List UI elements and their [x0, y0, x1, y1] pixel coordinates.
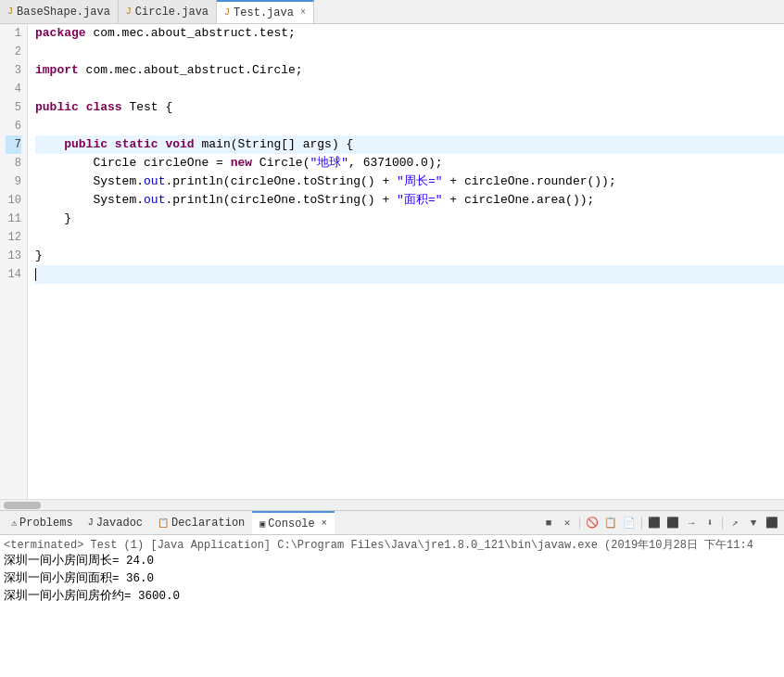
bottom-tab-icon-declaration: 📋	[158, 517, 169, 529]
code-line-1[interactable]: package com.mec.about_abstruct.test;	[35, 24, 784, 43]
token: , 6371000.0);	[348, 154, 442, 172]
bottom-tab-problems[interactable]: ⚠Problems	[4, 511, 81, 534]
token: public	[64, 135, 107, 154]
token: "周长="	[397, 172, 442, 191]
token: + circleOne.rounder());	[442, 172, 615, 191]
line-numbers: 1234567891011121314	[0, 24, 28, 499]
bottom-tab-bar: ⚠ProblemsJJavadoc📋Declaration▣Console× ■…	[0, 511, 784, 535]
code-line-11[interactable]: }	[35, 210, 784, 228]
tab-close-test[interactable]: ×	[300, 7, 306, 18]
token: System.	[35, 191, 144, 210]
line-number-7: 7	[6, 135, 21, 154]
toolbar-separator-2	[579, 517, 580, 530]
bottom-tab-icon-console: ▣	[259, 518, 265, 530]
line-number-2: 2	[6, 43, 21, 61]
bottom-tab-close-console[interactable]: ×	[322, 518, 327, 529]
scroll-lock-btn[interactable]: ⬛	[664, 515, 681, 531]
token: import	[35, 61, 79, 80]
token: Circle(	[252, 154, 310, 172]
code-line-10[interactable]: System.out.println(circleOne.toString() …	[35, 191, 784, 210]
tab-icon-baseshape: J	[7, 6, 13, 17]
line-number-1: 1	[6, 24, 21, 43]
token: "面积="	[397, 191, 442, 210]
code-line-7[interactable]: public static void main(String[] args) {	[35, 135, 784, 154]
token: package	[35, 24, 86, 43]
toolbar-separator-5	[641, 517, 642, 530]
token: }	[35, 210, 71, 228]
token: void	[165, 135, 194, 154]
console-output-line-0: 深圳一间小房间周长= 24.0	[4, 553, 780, 570]
cursor	[35, 268, 36, 281]
bottom-tab-javadoc[interactable]: JJavadoc	[81, 511, 150, 534]
remove-btn[interactable]: 🚫	[584, 515, 601, 531]
tab-label-baseshape: BaseShape.java	[17, 6, 110, 19]
open-btn[interactable]: ↗	[727, 515, 743, 531]
token: static	[115, 135, 158, 154]
bottom-panel: ⚠ProblemsJJavadoc📋Declaration▣Console× ■…	[0, 510, 784, 677]
dropdown-btn[interactable]: ▼	[745, 515, 762, 531]
line-number-11: 11	[6, 210, 21, 228]
console-content[interactable]: <terminated> Test (1) [Java Application]…	[0, 535, 784, 677]
token: "地球"	[310, 154, 348, 172]
code-container[interactable]: 1234567891011121314 package com.mec.abou…	[0, 24, 784, 499]
line-number-4: 4	[6, 80, 21, 98]
token: }	[35, 247, 43, 265]
token: .println(circleOne.toString() +	[165, 172, 397, 191]
token: com.mec.about_abstruct.Circle;	[79, 61, 303, 80]
bottom-tab-label-declaration: Declaration	[171, 517, 245, 530]
stop-btn[interactable]: ■	[540, 515, 557, 531]
line-number-6: 6	[6, 117, 21, 135]
code-line-2[interactable]	[35, 43, 784, 61]
code-line-9[interactable]: System.out.println(circleOne.toString() …	[35, 172, 784, 191]
token	[158, 135, 166, 154]
h-scroll-thumb[interactable]	[4, 502, 41, 509]
horizontal-scrollbar[interactable]	[0, 499, 784, 510]
pin-btn[interactable]: ⬛	[646, 515, 663, 531]
token: out	[144, 191, 165, 210]
code-line-14[interactable]	[35, 265, 784, 284]
code-lines[interactable]: package com.mec.about_abstruct.test; imp…	[28, 24, 784, 499]
copy-btn[interactable]: 📋	[602, 515, 619, 531]
token: public	[35, 98, 79, 117]
code-line-6[interactable]	[35, 117, 784, 135]
token: new	[231, 154, 252, 172]
tab-label-circle: Circle.java	[135, 6, 209, 19]
code-line-8[interactable]: Circle circleOne = new Circle("地球", 6371…	[35, 154, 784, 172]
tab-test[interactable]: JTest.java×	[217, 0, 314, 23]
terminate-btn[interactable]: ✕	[559, 515, 575, 531]
token: System.	[35, 172, 144, 191]
token: Circle circleOne =	[35, 154, 231, 172]
code-line-5[interactable]: public class Test {	[35, 98, 784, 117]
line-number-12: 12	[6, 228, 21, 247]
bottom-tab-icon-javadoc: J	[88, 517, 94, 528]
bottom-tab-declaration[interactable]: 📋Declaration	[150, 511, 252, 534]
line-number-5: 5	[6, 98, 21, 117]
scroll-down-btn[interactable]: ⬇	[702, 515, 718, 531]
tab-baseshape[interactable]: JBaseShape.java	[0, 0, 119, 23]
tab-circle[interactable]: JCircle.java	[119, 0, 217, 23]
paste-btn[interactable]: 📄	[621, 515, 638, 531]
tab-icon-test: J	[224, 7, 230, 18]
token: class	[86, 98, 122, 117]
menu-btn[interactable]: ⬛	[764, 515, 780, 531]
scroll-end-btn[interactable]: →	[683, 515, 700, 531]
line-number-8: 8	[6, 154, 21, 172]
bottom-tab-label-problems: Problems	[19, 517, 73, 530]
code-line-3[interactable]: import com.mec.about_abstruct.Circle;	[35, 61, 784, 80]
line-number-3: 3	[6, 61, 21, 80]
bottom-tab-console[interactable]: ▣Console×	[252, 511, 334, 534]
code-line-13[interactable]: }	[35, 247, 784, 265]
line-number-10: 10	[6, 191, 21, 210]
toolbar-separator-9	[722, 517, 723, 530]
token: .println(circleOne.toString() +	[165, 191, 397, 210]
code-line-12[interactable]	[35, 228, 784, 247]
editor-area: 1234567891011121314 package com.mec.abou…	[0, 24, 784, 510]
token: out	[144, 172, 165, 191]
line-number-9: 9	[6, 172, 21, 191]
token	[35, 135, 64, 154]
bottom-tab-icon-problems: ⚠	[11, 517, 17, 529]
bottom-toolbar: ■✕🚫📋📄⬛⬛→⬇↗▼⬛	[540, 515, 780, 531]
code-line-4[interactable]	[35, 80, 784, 98]
line-number-13: 13	[6, 247, 21, 265]
console-output-line-1: 深圳一间小房间面积= 36.0	[4, 570, 780, 588]
